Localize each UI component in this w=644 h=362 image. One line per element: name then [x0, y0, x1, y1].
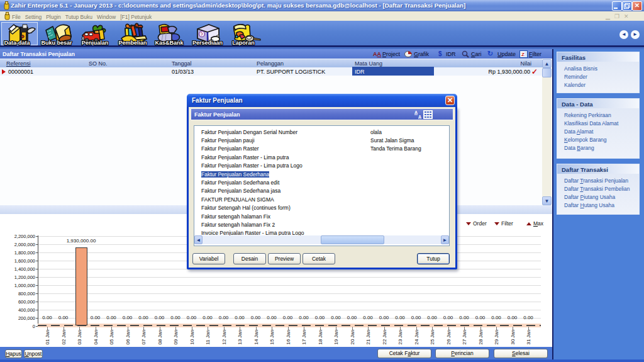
- svg-text:A: A: [418, 115, 421, 119]
- svg-text:Z: Z: [521, 52, 525, 57]
- svg-text:A: A: [414, 110, 418, 115]
